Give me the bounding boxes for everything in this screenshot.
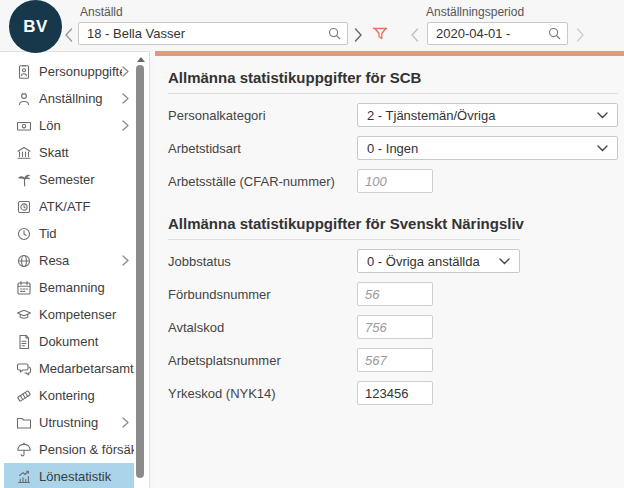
sidebar-item-medarbetarsamtal[interactable]: Medarbetarsamtal [4,355,134,382]
chevron-down-icon [597,145,608,152]
field-row: Arbetstidsart 0 - Ingen [168,136,624,160]
section-divider [168,93,618,94]
select-value: 0 - Övriga anställda [367,254,480,269]
sidebar-item-dokument[interactable]: Dokument [4,328,134,355]
sidebar-item-personuppgifter[interactable]: Personuppgifter [4,58,134,85]
field-row: Arbetsplatsnummer [168,348,624,372]
employee-search-input[interactable] [87,26,323,41]
personalkategori-select[interactable]: 2 - Tjänstemän/Övriga [357,103,618,127]
scroll-up-icon[interactable] [137,57,145,62]
filter-icon[interactable] [371,23,389,45]
jobbstatus-select[interactable]: 0 - Övriga anställda [357,249,520,273]
sidebar-item-label: Kontering [39,388,134,403]
cfar-nummer-input[interactable] [357,169,433,193]
arbetsplatsnummer-input[interactable] [357,348,433,372]
sidebar-item-label: Bemanning [39,280,134,295]
field-row: Personalkategori 2 - Tjänstemän/Övriga [168,103,624,127]
sidebar-item-label: ATK/ATF [39,199,134,214]
arbetstidsart-select[interactable]: 0 - Ingen [357,136,618,160]
employee-next-button[interactable] [354,24,363,46]
chevron-right-icon [122,417,129,428]
sidebar-item-anställning[interactable]: Anställning [4,85,134,112]
chevron-down-icon [499,258,510,265]
sidebar-item-pension-försäkr[interactable]: Pension & försäkr... [4,436,134,463]
sidebar-scrollbar[interactable] [135,54,146,488]
sidebar-item-skatt[interactable]: Skatt [4,139,134,166]
field-label: Jobbstatus [168,254,357,269]
sidebar-item-label: Lönestatistik [39,469,134,484]
field-row: Jobbstatus 0 - Övriga anställda [168,249,624,273]
banknote-icon [16,118,32,134]
search-icon[interactable] [327,26,342,41]
field-row: Förbundsnummer [168,282,624,306]
sidebar-item-label: Medarbetarsamtal [39,361,134,376]
chevron-right-icon [122,93,129,104]
person-icon [16,91,32,107]
folder-icon [16,415,32,431]
sidebar-item-label: Personuppgifter [39,64,122,79]
select-value: 0 - Ingen [367,141,418,156]
search-icon[interactable] [547,26,562,41]
globe-icon [16,253,32,269]
field-label: Yrkeskod (NYK14) [168,386,357,401]
field-label: Arbetsplatsnummer [168,353,357,368]
graduation-cap-icon [16,307,32,323]
field-label: Avtalskod [168,320,357,335]
sidebar-item-kompetenser[interactable]: Kompetenser [4,301,134,328]
chevron-right-icon [122,66,129,77]
sidebar: PersonuppgifterAnställningLönSkattSemest… [0,51,150,488]
sidebar-nav: PersonuppgifterAnställningLönSkattSemest… [0,58,134,488]
sidebar-item-label: Utrustning [39,415,122,430]
field-label: Arbetsställe (CFAR-nummer) [168,174,357,189]
calendar-icon [16,280,32,296]
period-next-button[interactable] [576,24,585,46]
chevron-right-icon [122,120,129,131]
sidebar-item-semester[interactable]: Semester [4,166,134,193]
speech-bubbles-icon [16,361,32,377]
section-title: Allmänna statistikuppgifter för Svenskt … [168,215,624,233]
id-card-icon [16,64,32,80]
clock-icon [16,226,32,242]
top-bar: BV Anställd Anställningsperiod [0,0,624,51]
field-label: Arbetstidsart [168,141,357,156]
select-value: 2 - Tjänstemän/Övriga [367,108,495,123]
bar-chart-icon [16,469,32,485]
sidebar-item-tid[interactable]: Tid [4,220,134,247]
sidebar-item-atk-atf[interactable]: ATK/ATF [4,193,134,220]
field-row: Yrkeskod (NYK14) [168,381,624,405]
employee-prev-button[interactable] [64,24,73,46]
period-search-box [427,22,568,45]
yrkeskod-input[interactable] [357,381,433,405]
chevron-down-icon [597,112,608,119]
scrollbar-thumb[interactable] [136,65,144,478]
sidebar-item-label: Lön [39,118,122,133]
sidebar-item-resa[interactable]: Resa [4,247,134,274]
field-row: Avtalskod [168,315,624,339]
stamp-icon [16,388,32,404]
section-scb: Allmänna statistikuppgifter för SCB Pers… [168,69,624,193]
sidebar-item-label: Kompetenser [39,307,134,322]
sidebar-item-kontering[interactable]: Kontering [4,382,134,409]
palm-tree-icon [16,172,32,188]
sidebar-item-lönestatistik[interactable]: Lönestatistik [4,463,134,488]
field-label: Personalkategori [168,108,357,123]
section-title: Allmänna statistikuppgifter för SCB [168,69,624,87]
period-label: Anställningsperiod [426,5,524,19]
field-label: Förbundsnummer [168,287,357,302]
sidebar-item-label: Pension & försäkr... [39,442,134,457]
sidebar-item-label: Semester [39,172,134,187]
period-search-input[interactable] [436,26,543,41]
section-svenskt-naringsliv: Allmänna statistikuppgifter för Svenskt … [168,215,624,405]
sidebar-item-bemanning[interactable]: Bemanning [4,274,134,301]
chevron-right-icon [122,255,129,266]
period-prev-button[interactable] [410,24,419,46]
clock-square-icon [16,199,32,215]
main-content: Allmänna statistikuppgifter för SCB Pers… [155,56,624,488]
sidebar-item-label: Resa [39,253,122,268]
forbundsnummer-input[interactable] [357,282,433,306]
avatar[interactable]: BV [9,0,62,53]
sidebar-item-utrustning[interactable]: Utrustning [4,409,134,436]
sidebar-item-lön[interactable]: Lön [4,112,134,139]
document-icon [16,334,32,350]
avtalskod-input[interactable] [357,315,433,339]
